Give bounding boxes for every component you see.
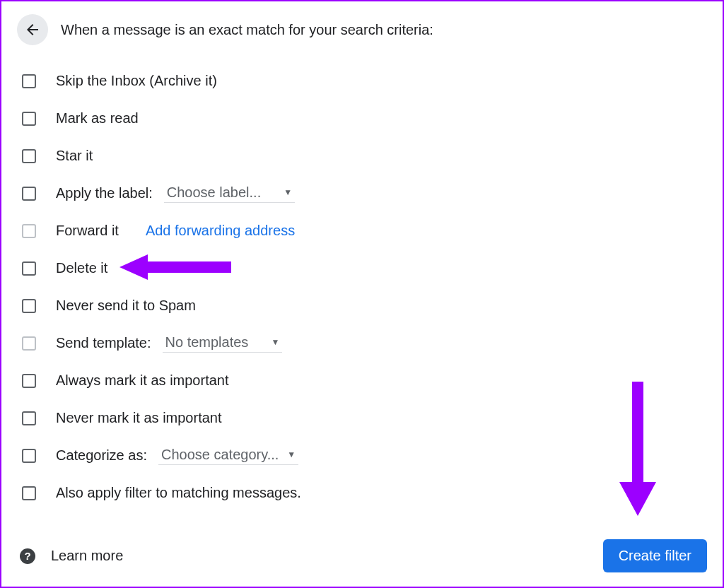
dropdown-send-template[interactable]: No templates ▼ [163,334,283,353]
option-categorize-as: Categorize as: Choose category... ▼ [17,437,707,474]
label-send-template: Send template: [56,335,151,351]
label-delete-it: Delete it [56,260,107,276]
dropdown-send-template-value: No templates [165,334,249,351]
footer: ? Learn more Create filter [17,539,707,572]
header: When a message is an exact match for you… [17,14,707,45]
label-always-important: Always mark it as important [56,372,229,389]
checkbox-send-template[interactable] [22,336,36,351]
option-forward-it: Forward it Add forwarding address [17,212,707,249]
dropdown-categorize-as[interactable]: Choose category... ▼ [158,447,298,465]
caret-down-icon: ▼ [271,337,279,347]
page-title: When a message is an exact match for you… [61,22,433,38]
label-skip-inbox: Skip the Inbox (Archive it) [56,73,217,89]
checkbox-skip-inbox[interactable] [22,74,36,88]
learn-more-label: Learn more [51,548,123,564]
checkbox-never-spam[interactable] [22,299,36,313]
checkbox-star-it[interactable] [22,149,36,163]
checkbox-always-important[interactable] [22,374,36,388]
filter-options: Skip the Inbox (Archive it) Mark as read… [17,62,707,512]
label-apply-label: Apply the label: [56,185,153,201]
label-never-spam: Never send it to Spam [56,298,196,314]
label-mark-read: Mark as read [56,110,139,127]
label-forward-it: Forward it [56,223,119,239]
option-never-spam: Never send it to Spam [17,287,707,324]
caret-down-icon: ▼ [284,187,292,197]
caret-down-icon: ▼ [287,449,296,459]
checkbox-categorize-as[interactable] [22,449,36,463]
dropdown-categorize-as-value: Choose category... [161,447,279,463]
label-never-important: Never mark it as important [56,410,222,426]
help-icon: ? [20,548,35,564]
option-star-it: Star it [17,137,707,175]
checkbox-also-apply[interactable] [22,486,36,500]
option-delete-it: Delete it [17,249,707,287]
arrow-left-icon [24,21,41,38]
dropdown-apply-label[interactable]: Choose label... ▼ [164,184,295,203]
back-button[interactable] [17,14,48,45]
option-always-important: Always mark it as important [17,362,707,399]
option-also-apply: Also apply filter to matching messages. [17,474,707,512]
dropdown-apply-label-value: Choose label... [167,184,261,201]
checkbox-forward-it[interactable] [22,224,36,238]
label-star-it: Star it [56,148,93,164]
option-never-important: Never mark it as important [17,399,707,437]
checkbox-mark-read[interactable] [22,112,36,126]
label-categorize-as: Categorize as: [56,447,147,464]
checkbox-apply-label[interactable] [22,187,36,201]
link-add-forwarding-address[interactable]: Add forwarding address [146,223,295,239]
option-skip-inbox: Skip the Inbox (Archive it) [17,62,707,100]
checkbox-delete-it[interactable] [22,261,36,276]
option-send-template: Send template: No templates ▼ [17,324,707,362]
create-filter-button[interactable]: Create filter [603,539,707,572]
checkbox-never-important[interactable] [22,411,36,425]
option-apply-label: Apply the label: Choose label... ▼ [17,175,707,212]
option-mark-read: Mark as read [17,100,707,137]
label-also-apply: Also apply filter to matching messages. [56,485,301,501]
learn-more-link[interactable]: ? Learn more [17,548,123,564]
